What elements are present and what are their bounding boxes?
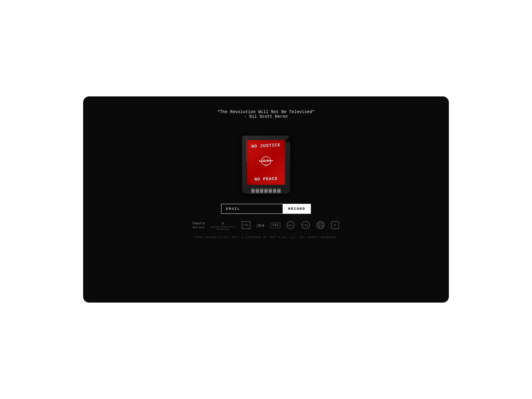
svg-marker-8 (259, 160, 260, 161)
tsa-stamp: TSA (241, 221, 251, 230)
record-button[interactable]: RECORD (283, 204, 311, 214)
dsa-logo: JSA (257, 223, 265, 228)
sd-contacts (251, 189, 281, 193)
svg-text:HHS: HHS (288, 224, 293, 226)
sd-card: NO JUSTICE (242, 136, 290, 194)
tsa2-logo: TSA (301, 221, 310, 230)
un-logo: U (331, 221, 339, 230)
sd-contact-3 (260, 189, 263, 193)
svg-point-1 (263, 160, 265, 162)
sd-contact-4 (264, 189, 268, 193)
sd-top-text: NO JUSTICE (251, 143, 281, 149)
svg-marker-9 (272, 160, 274, 161)
main-container: “The Revolution Will Not Be Televised” -… (83, 96, 449, 303)
sd-contact-5 (269, 189, 272, 193)
sd-bottom-text: NO PEACE (254, 176, 278, 182)
sd-card-wrapper: NO JUSTICE (242, 136, 290, 194)
quote-section: “The Revolution Will Not Be Televised” -… (217, 110, 315, 119)
world-logo (316, 221, 325, 230)
email-input[interactable] (221, 204, 283, 214)
sd-contact-1 (251, 189, 255, 193)
thats-logo: THAT'SALL LLC (193, 222, 205, 229)
sd-contact-6 (273, 189, 276, 193)
svg-text:U: U (334, 224, 336, 227)
sd-card-label: NO JUSTICE (247, 140, 285, 185)
email-record-section: RECORD (221, 204, 311, 214)
sd-contact-7 (277, 189, 281, 193)
svg-text:TSA: TSA (303, 224, 309, 227)
footer-copyright: ©2020 RECORD-IT-ALL ENT, A DIVISION OF T… (194, 236, 338, 239)
health-logo: HHS (286, 221, 295, 230)
logos-section: THAT'SALL LLC ✕ Health EducationPrograms… (193, 220, 340, 230)
tsa-badge: TSA (271, 224, 280, 227)
sd-contact-2 (256, 189, 259, 193)
sd-card-bottom (242, 185, 290, 194)
quote-line2: - Gil Scott Heron (217, 114, 315, 119)
skull-icon (257, 155, 275, 170)
quote-line1: “The Revolution Will Not Be Televised” (217, 110, 315, 114)
x-logo: ✕ Health EducationPrograms (211, 220, 235, 230)
svg-text:TSA: TSA (243, 224, 249, 226)
tsa-label: TSA (271, 223, 280, 228)
